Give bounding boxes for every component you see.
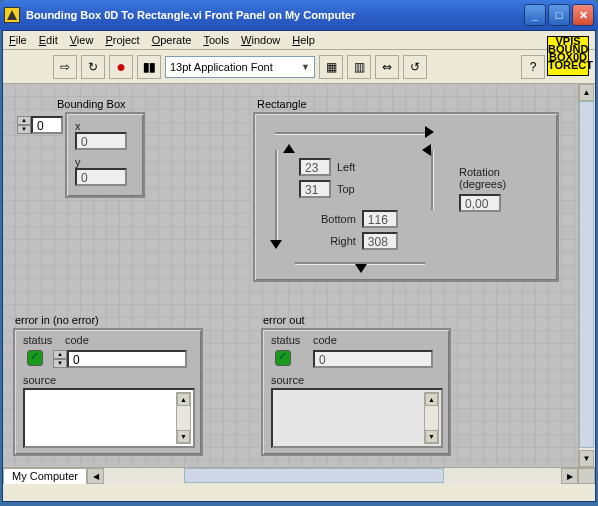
error-out-code-field: 0 [313,350,433,368]
menu-tools[interactable]: Tools [203,34,229,46]
error-out-status-label: status [271,334,300,346]
context-tab[interactable]: My Computer [3,468,87,484]
rect-right-line [431,150,433,210]
rect-bottom-field[interactable]: 116 [362,210,398,228]
font-combo-label: 13pt Application Font [170,61,273,73]
error-in-status-label: status [23,334,52,346]
menu-operate[interactable]: Operate [152,34,192,46]
run-button[interactable]: ⇨ [53,55,77,79]
triangle-left-icon [422,144,431,156]
rect-top-line [275,132,425,134]
window-title: Bounding Box 0D To Rectangle.vi Front Pa… [26,9,524,21]
title-bar: Bounding Box 0D To Rectangle.vi Front Pa… [0,0,598,30]
error-in-cluster: status code ▲▼ 0 source ▲▼ [13,328,203,456]
run-continuous-button[interactable]: ↻ [81,55,105,79]
bounding-box-cluster: x 0 y 0 [65,112,145,198]
distribute-button[interactable]: ▥ [347,55,371,79]
error-out-source-field: ▲▼ [271,388,443,448]
menu-bar: File Edit View Project Operate Tools Win… [3,31,595,50]
error-out-status-led [275,350,291,366]
vi-icon-badge[interactable]: VPISBOUNDBOX0DTORECT [547,36,589,76]
help-button[interactable]: ? [521,55,545,79]
scroll-right-button[interactable]: ▶ [561,468,578,484]
rect-top-label: Top [337,183,355,195]
chevron-down-icon: ▼ [301,62,310,72]
error-in-code-spinner[interactable]: ▲▼ [53,350,67,368]
menu-file[interactable]: File [9,34,27,46]
error-out-label: error out [263,314,305,326]
minimize-button[interactable]: _ [524,4,546,26]
abort-button[interactable]: ● [109,55,133,79]
bbox-index-spinner[interactable]: ▲▼ [17,116,31,134]
close-button[interactable]: ✕ [572,4,594,26]
scroll-down-button[interactable]: ▼ [579,450,594,467]
menu-window[interactable]: Window [241,34,280,46]
front-panel[interactable]: Bounding Box ▲▼ 0 x 0 y 0 Rectangle [3,84,578,467]
rect-left-field[interactable]: 23 [299,158,331,176]
rect-bottom-label: Bottom [321,213,356,225]
vertical-scroll-thumb[interactable] [579,101,594,448]
error-in-source-label: source [23,374,56,386]
resize-button[interactable]: ⇔ [375,55,399,79]
error-in-source-field[interactable]: ▲▼ [23,388,195,448]
align-button[interactable]: ▦ [319,55,343,79]
horizontal-scrollbar[interactable]: ◀ ▶ [87,468,578,484]
pause-button[interactable]: ▮▮ [137,55,161,79]
menu-view[interactable]: View [70,34,94,46]
error-in-code-label: code [65,334,89,346]
bbox-y-field[interactable]: 0 [75,168,127,186]
menu-project[interactable]: Project [105,34,139,46]
bbox-index-field[interactable]: 0 [31,116,63,134]
error-in-status-led[interactable] [27,350,43,366]
maximize-button[interactable]: □ [548,4,570,26]
scroll-up-button[interactable]: ▲ [579,84,594,101]
error-out-code-label: code [313,334,337,346]
rect-right-label: Right [330,235,356,247]
rotation-field[interactable]: 0,00 [459,194,501,212]
font-combo[interactable]: 13pt Application Font ▼ [165,56,315,78]
horizontal-scroll-thumb[interactable] [184,468,444,483]
bbox-y-label: y [75,156,135,168]
rect-top-field[interactable]: 31 [299,180,331,198]
scroll-left-button[interactable]: ◀ [87,468,104,484]
bbox-x-field[interactable]: 0 [75,132,127,150]
resize-grip[interactable] [578,468,595,484]
bbox-x-label: x [75,120,135,132]
toolbar: ⇨ ↻ ● ▮▮ 13pt Application Font ▼ ▦ ▥ ⇔ ↺… [3,50,595,84]
triangle-right-icon [425,126,434,138]
rectangle-label: Rectangle [257,98,307,110]
app-icon [4,7,20,23]
rotation-sublabel: (degrees) [459,178,506,190]
error-out-cluster: status code 0 source ▲▼ [261,328,451,456]
error-in-label: error in (no error) [15,314,99,326]
triangle-down-icon [270,240,282,249]
error-out-source-label: source [271,374,304,386]
triangle-down2-icon [355,264,367,273]
triangle-up-icon [283,144,295,153]
vertical-scrollbar[interactable]: ▲ ▼ [578,84,595,467]
rectangle-cluster: 23 Left 31 Top Bottom 116 Right [253,112,559,282]
rect-right-field[interactable]: 308 [362,232,398,250]
reorder-button[interactable]: ↺ [403,55,427,79]
rect-left-label: Left [337,161,355,173]
menu-help[interactable]: Help [292,34,315,46]
error-in-code-field[interactable]: 0 [67,350,187,368]
menu-edit[interactable]: Edit [39,34,58,46]
bounding-box-label: Bounding Box [57,98,126,110]
rotation-label: Rotation [459,166,506,178]
rect-left-line [275,150,277,240]
